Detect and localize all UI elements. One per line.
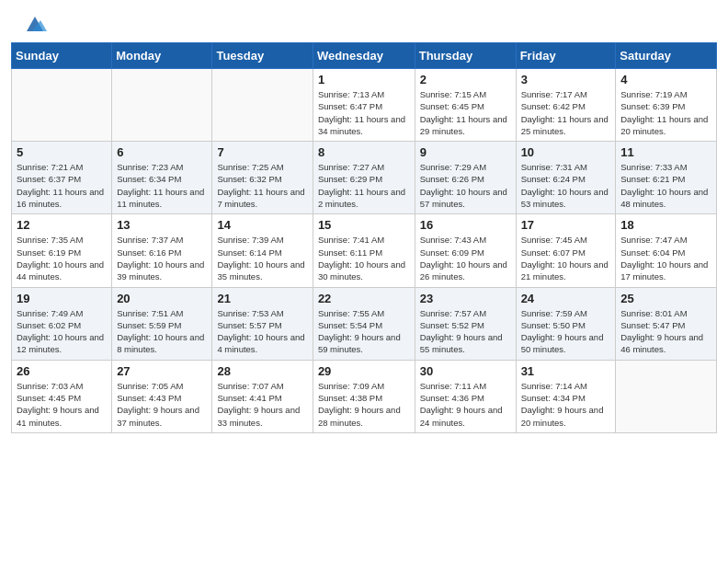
day-number: 18 <box>620 218 711 232</box>
day-number: 10 <box>521 145 611 159</box>
day-number: 1 <box>318 73 410 86</box>
weekday-header-tuesday: Tuesday <box>212 43 313 69</box>
calendar-table: SundayMondayTuesdayWednesdayThursdayFrid… <box>11 42 717 433</box>
calendar-cell: 30Sunrise: 7:11 AM Sunset: 4:36 PM Dayli… <box>415 360 516 432</box>
calendar-cell: 23Sunrise: 7:57 AM Sunset: 5:52 PM Dayli… <box>415 287 516 360</box>
day-number: 4 <box>620 73 711 86</box>
calendar-week-row: 12Sunrise: 7:35 AM Sunset: 6:19 PM Dayli… <box>12 214 717 287</box>
calendar-cell: 17Sunrise: 7:45 AM Sunset: 6:07 PM Dayli… <box>516 214 616 287</box>
weekday-header-thursday: Thursday <box>415 43 516 69</box>
calendar-cell <box>212 69 313 142</box>
calendar-cell: 10Sunrise: 7:31 AM Sunset: 6:24 PM Dayli… <box>516 142 616 214</box>
day-number: 30 <box>420 364 511 378</box>
day-number: 9 <box>420 145 511 159</box>
day-number: 17 <box>521 218 611 232</box>
logo <box>22 17 47 33</box>
calendar-cell <box>12 69 112 142</box>
weekday-header-friday: Friday <box>516 43 616 69</box>
calendar-cell: 19Sunrise: 7:49 AM Sunset: 6:02 PM Dayli… <box>12 287 112 360</box>
day-detail: Sunrise: 7:13 AM Sunset: 6:47 PM Dayligh… <box>318 88 410 137</box>
day-number: 31 <box>521 364 611 378</box>
day-detail: Sunrise: 8:01 AM Sunset: 5:47 PM Dayligh… <box>620 307 711 356</box>
header <box>0 0 728 42</box>
calendar-cell: 15Sunrise: 7:41 AM Sunset: 6:11 PM Dayli… <box>313 214 415 287</box>
day-detail: Sunrise: 7:31 AM Sunset: 6:24 PM Dayligh… <box>521 161 611 210</box>
calendar-page: SundayMondayTuesdayWednesdayThursdayFrid… <box>0 0 728 433</box>
calendar-cell: 5Sunrise: 7:21 AM Sunset: 6:37 PM Daylig… <box>12 142 112 214</box>
calendar-cell: 16Sunrise: 7:43 AM Sunset: 6:09 PM Dayli… <box>415 214 516 287</box>
day-number: 24 <box>521 292 611 305</box>
calendar-cell: 31Sunrise: 7:14 AM Sunset: 4:34 PM Dayli… <box>516 360 616 432</box>
weekday-header-sunday: Sunday <box>12 43 112 69</box>
day-detail: Sunrise: 7:14 AM Sunset: 4:34 PM Dayligh… <box>521 380 611 429</box>
calendar-week-row: 1Sunrise: 7:13 AM Sunset: 6:47 PM Daylig… <box>12 69 717 142</box>
calendar-cell: 9Sunrise: 7:29 AM Sunset: 6:26 PM Daylig… <box>415 142 516 214</box>
calendar-cell: 13Sunrise: 7:37 AM Sunset: 6:16 PM Dayli… <box>112 214 212 287</box>
day-detail: Sunrise: 7:09 AM Sunset: 4:38 PM Dayligh… <box>318 380 410 429</box>
calendar-cell: 7Sunrise: 7:25 AM Sunset: 6:32 PM Daylig… <box>212 142 313 214</box>
day-detail: Sunrise: 7:15 AM Sunset: 6:45 PM Dayligh… <box>420 88 511 137</box>
day-detail: Sunrise: 7:05 AM Sunset: 4:43 PM Dayligh… <box>117 380 207 429</box>
calendar-cell: 29Sunrise: 7:09 AM Sunset: 4:38 PM Dayli… <box>313 360 415 432</box>
day-number: 26 <box>17 364 107 378</box>
day-detail: Sunrise: 7:47 AM Sunset: 6:04 PM Dayligh… <box>620 234 711 282</box>
day-number: 23 <box>420 292 511 305</box>
calendar-week-row: 26Sunrise: 7:03 AM Sunset: 4:45 PM Dayli… <box>12 360 717 432</box>
day-number: 2 <box>420 73 511 86</box>
calendar-cell: 6Sunrise: 7:23 AM Sunset: 6:34 PM Daylig… <box>112 142 212 214</box>
logo-icon <box>23 15 47 35</box>
weekday-header-saturday: Saturday <box>616 43 717 69</box>
day-detail: Sunrise: 7:49 AM Sunset: 6:02 PM Dayligh… <box>17 307 107 356</box>
day-number: 16 <box>420 218 511 232</box>
day-number: 22 <box>318 292 410 305</box>
calendar-cell: 2Sunrise: 7:15 AM Sunset: 6:45 PM Daylig… <box>415 69 516 142</box>
day-number: 27 <box>117 364 207 378</box>
day-detail: Sunrise: 7:35 AM Sunset: 6:19 PM Dayligh… <box>17 234 107 282</box>
day-detail: Sunrise: 7:11 AM Sunset: 4:36 PM Dayligh… <box>420 380 511 429</box>
day-detail: Sunrise: 7:19 AM Sunset: 6:39 PM Dayligh… <box>620 88 711 137</box>
calendar-cell: 3Sunrise: 7:17 AM Sunset: 6:42 PM Daylig… <box>516 69 616 142</box>
day-detail: Sunrise: 7:21 AM Sunset: 6:37 PM Dayligh… <box>17 161 107 210</box>
day-detail: Sunrise: 7:27 AM Sunset: 6:29 PM Dayligh… <box>318 161 410 210</box>
day-number: 13 <box>117 218 207 232</box>
weekday-header-row: SundayMondayTuesdayWednesdayThursdayFrid… <box>12 43 717 69</box>
day-number: 15 <box>318 218 410 232</box>
calendar-week-row: 19Sunrise: 7:49 AM Sunset: 6:02 PM Dayli… <box>12 287 717 360</box>
calendar-cell <box>112 69 212 142</box>
calendar-cell: 27Sunrise: 7:05 AM Sunset: 4:43 PM Dayli… <box>112 360 212 432</box>
day-number: 14 <box>217 218 307 232</box>
day-detail: Sunrise: 7:43 AM Sunset: 6:09 PM Dayligh… <box>420 234 511 282</box>
calendar-cell: 28Sunrise: 7:07 AM Sunset: 4:41 PM Dayli… <box>212 360 313 432</box>
calendar-cell: 14Sunrise: 7:39 AM Sunset: 6:14 PM Dayli… <box>212 214 313 287</box>
day-detail: Sunrise: 7:45 AM Sunset: 6:07 PM Dayligh… <box>521 234 611 282</box>
calendar-cell: 1Sunrise: 7:13 AM Sunset: 6:47 PM Daylig… <box>313 69 415 142</box>
day-number: 7 <box>217 145 307 159</box>
day-number: 20 <box>117 292 207 305</box>
calendar-cell: 20Sunrise: 7:51 AM Sunset: 5:59 PM Dayli… <box>112 287 212 360</box>
day-number: 19 <box>17 292 107 305</box>
day-number: 5 <box>17 145 107 159</box>
day-number: 3 <box>521 73 611 86</box>
day-number: 25 <box>620 292 711 305</box>
day-detail: Sunrise: 7:29 AM Sunset: 6:26 PM Dayligh… <box>420 161 511 210</box>
day-detail: Sunrise: 7:25 AM Sunset: 6:32 PM Dayligh… <box>217 161 307 210</box>
day-detail: Sunrise: 7:41 AM Sunset: 6:11 PM Dayligh… <box>318 234 410 282</box>
day-detail: Sunrise: 7:23 AM Sunset: 6:34 PM Dayligh… <box>117 161 207 210</box>
weekday-header-monday: Monday <box>112 43 212 69</box>
day-number: 8 <box>318 145 410 159</box>
calendar-cell: 21Sunrise: 7:53 AM Sunset: 5:57 PM Dayli… <box>212 287 313 360</box>
day-detail: Sunrise: 7:59 AM Sunset: 5:50 PM Dayligh… <box>521 307 611 356</box>
calendar-cell: 12Sunrise: 7:35 AM Sunset: 6:19 PM Dayli… <box>12 214 112 287</box>
day-number: 28 <box>217 364 307 378</box>
day-number: 6 <box>117 145 207 159</box>
day-number: 11 <box>620 145 711 159</box>
day-detail: Sunrise: 7:03 AM Sunset: 4:45 PM Dayligh… <box>17 380 107 429</box>
calendar-cell: 8Sunrise: 7:27 AM Sunset: 6:29 PM Daylig… <box>313 142 415 214</box>
calendar-week-row: 5Sunrise: 7:21 AM Sunset: 6:37 PM Daylig… <box>12 142 717 214</box>
day-number: 29 <box>318 364 410 378</box>
day-detail: Sunrise: 7:17 AM Sunset: 6:42 PM Dayligh… <box>521 88 611 137</box>
day-number: 12 <box>17 218 107 232</box>
day-detail: Sunrise: 7:51 AM Sunset: 5:59 PM Dayligh… <box>117 307 207 356</box>
calendar-cell: 4Sunrise: 7:19 AM Sunset: 6:39 PM Daylig… <box>616 69 717 142</box>
calendar-cell: 26Sunrise: 7:03 AM Sunset: 4:45 PM Dayli… <box>12 360 112 432</box>
